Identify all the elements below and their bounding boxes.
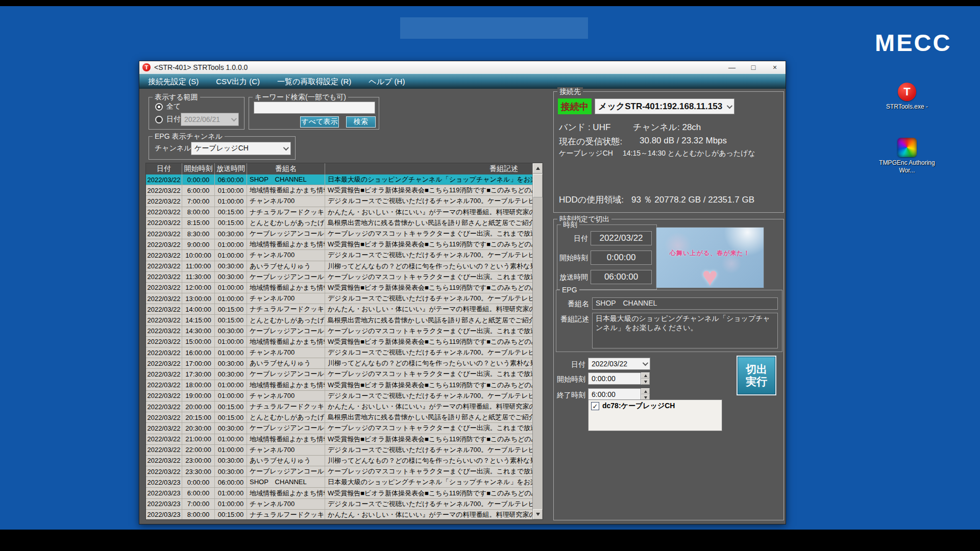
execute-button-line2: 実行 bbox=[746, 375, 767, 388]
header-program-name[interactable]: 番組名 bbox=[247, 163, 325, 174]
table-cell: 8:15:00 bbox=[182, 218, 215, 228]
table-cell: 16:00:00 bbox=[182, 347, 215, 358]
table-row[interactable]: 2022/03/226:00:0001:00:00地域情報番組よかまち情報..W… bbox=[146, 185, 533, 196]
table-scrollbar[interactable] bbox=[532, 163, 543, 519]
menu-help[interactable]: ヘルプ (H) bbox=[360, 74, 413, 89]
header-duration[interactable]: 放送時間 bbox=[215, 163, 247, 174]
table-row[interactable]: 2022/03/227:00:0001:00:00チャンネル700デジタルコース… bbox=[146, 196, 533, 207]
table-cell: チャンネル700 bbox=[247, 196, 325, 206]
table-row[interactable]: 2022/03/2222:00:0001:00:00チャンネル700デジタルコー… bbox=[146, 445, 533, 456]
table-cell: 10:00:00 bbox=[182, 250, 215, 260]
checklist-item[interactable]: ✓ dc78:ケーブレッジCH bbox=[591, 402, 719, 411]
menu-connection-settings[interactable]: 接続先設定 (S) bbox=[139, 74, 207, 89]
device-combo[interactable]: メックSTR-401:192.168.11.153 bbox=[595, 98, 734, 114]
table-row[interactable]: 2022/03/2216:00:0001:00:00チャンネル700デジタルコー… bbox=[146, 347, 533, 358]
connection-group-label: 接続先 bbox=[557, 87, 583, 96]
title-bar[interactable]: T <STR-401> STRTools 1.0.0.0 — □ × bbox=[139, 61, 786, 73]
scroll-down-icon[interactable] bbox=[533, 509, 543, 519]
table-row[interactable]: 2022/03/237:00:0001:00:00チャンネル700デジタルコース… bbox=[146, 499, 533, 510]
menu-refetch-settings[interactable]: 一覧の再取得設定 (R) bbox=[268, 74, 360, 89]
out-start-spin-down-icon[interactable] bbox=[641, 379, 650, 385]
show-all-button[interactable]: すべて表示 bbox=[300, 116, 339, 128]
table-cell: 01:00:00 bbox=[215, 380, 247, 390]
table-row[interactable]: 2022/03/2210:00:0001:00:00チャンネル700デジタルコー… bbox=[146, 250, 533, 261]
desktop-icon-strtools[interactable]: T STRTools.exe - bbox=[874, 83, 940, 111]
hdd-value: 93 ％ 20778.2 GB / 22351.7 GB bbox=[631, 194, 754, 206]
table-row[interactable]: 2022/03/2218:00:0001:00:00地域情報番組よかまち情報..… bbox=[146, 380, 533, 391]
table-row[interactable]: 2022/03/236:00:0001:00:00地域情報番組よかまち情報..W… bbox=[146, 488, 533, 498]
table-row[interactable]: 2022/03/2214:00:0000:15:00ナチュラルフードクッキングか… bbox=[146, 304, 533, 315]
table-row[interactable]: 2022/03/2220:30:0000:30:00ケーブレッジアンコール番組ケ… bbox=[146, 423, 533, 434]
minimize-icon[interactable]: — bbox=[721, 62, 743, 73]
table-cell: 14:00:00 bbox=[182, 304, 215, 314]
menu-csv-export[interactable]: CSV出力 (C) bbox=[207, 74, 268, 89]
table-cell: ナチュラルフードクッキング bbox=[247, 304, 325, 314]
table-cell: 9:00:00 bbox=[182, 239, 215, 249]
heart-icon: ♥ bbox=[702, 261, 718, 288]
table-row[interactable]: 2022/03/228:30:0000:30:00ケーブレッジアンコール番組ケー… bbox=[146, 229, 533, 239]
table-row[interactable]: 2022/03/2212:00:0001:00:00地域情報番組よかまち情報..… bbox=[146, 283, 533, 293]
radio-all[interactable]: 全て bbox=[155, 102, 181, 111]
table-row[interactable]: 2022/03/228:00:0000:15:00ナチュラルフードクッキングかん… bbox=[146, 207, 533, 218]
chevron-down-icon bbox=[231, 116, 237, 121]
table-row[interactable]: 2022/03/2220:15:0000:15:00とんとむかしがあったげな島根… bbox=[146, 412, 533, 423]
table-cell: 01:00:00 bbox=[215, 283, 247, 293]
table-row[interactable]: 2022/03/229:00:0001:00:00地域情報番組よかまち情報..W… bbox=[146, 239, 533, 250]
radio-date[interactable]: 日付 bbox=[155, 115, 181, 124]
search-button[interactable]: 検索 bbox=[346, 116, 376, 128]
table-cell: 島根県出雲地方に残る昔懐かしい民話を語り部さんと紙芝居でご紹介 bbox=[325, 315, 533, 325]
table-row[interactable]: 2022/03/2223:00:0000:30:00あいラブせんりゅう川柳ってど… bbox=[146, 456, 533, 466]
table-cell: 2022/03/23 bbox=[146, 488, 182, 498]
table-cell: W受賞報告■ビオラ新体操発表会■こちら119消防です■このみちどのみち■おこ..… bbox=[325, 283, 533, 293]
table-cell: チャンネル700 bbox=[247, 250, 325, 260]
table-cell: 01:00:00 bbox=[215, 196, 247, 206]
table-row[interactable]: 2022/03/2211:00:0000:30:00あいラブせんりゅう川柳ってど… bbox=[146, 261, 533, 272]
table-row[interactable]: 2022/03/2217:30:0000:30:00ケーブレッジアンコール番組ケ… bbox=[146, 369, 533, 380]
preview-caption: 心舞い上がる、春が来た！ bbox=[656, 249, 764, 258]
table-row[interactable]: 2022/03/2219:00:0001:00:00チャンネル700デジタルコー… bbox=[146, 391, 533, 402]
table-row[interactable]: 2022/03/2223:30:0000:30:00ケーブレッジアンコール番組ケ… bbox=[146, 466, 533, 477]
strtools-icon-label: STRTools.exe - bbox=[874, 103, 940, 111]
out-end-spin-up-icon[interactable] bbox=[641, 388, 650, 394]
table-row[interactable]: 2022/03/2221:00:0001:00:00地域情報番組よかまち情報..… bbox=[146, 434, 533, 445]
keyword-input[interactable] bbox=[254, 102, 375, 114]
program-title-field: SHOP CHANNEL bbox=[592, 297, 778, 310]
table-row[interactable]: 2022/03/230:00:0006:00:00SHOP CHANNEL日本最… bbox=[146, 477, 533, 488]
out-start-field[interactable]: 0:00:00 bbox=[588, 372, 641, 385]
table-cell: 川柳ってどんなもの？どの様に句を作ったらいいの？という素朴な疑問にもお答えし..… bbox=[325, 358, 533, 368]
table-row[interactable]: 2022/03/220:00:0006:00:00SHOP CHANNEL日本最… bbox=[146, 174, 533, 185]
checkbox-checked-icon[interactable]: ✓ bbox=[591, 402, 599, 410]
table-row[interactable]: 2022/03/2213:00:0001:00:00チャンネル700デジタルコー… bbox=[146, 293, 533, 304]
out-end-field[interactable]: 6:00:00 bbox=[588, 388, 641, 400]
table-cell: チャンネル700 bbox=[247, 445, 325, 455]
channel-combo[interactable]: ケーブレッジCH bbox=[191, 142, 291, 155]
date-filter-combo[interactable]: 2022/06/21 bbox=[181, 113, 239, 126]
table-cell: 川柳ってどんなもの？どの様に句を作ったらいいの？という素朴な疑問にもお答えし..… bbox=[325, 456, 533, 466]
header-date[interactable]: 日付 bbox=[146, 163, 182, 174]
out-date-combo[interactable]: 2022/03/22 bbox=[588, 358, 650, 370]
cut-date-label: 日付 bbox=[557, 234, 588, 243]
table-cell: あいラブせんりゅう bbox=[247, 261, 325, 271]
out-start-spin-up-icon[interactable] bbox=[641, 372, 650, 379]
execute-cutout-button[interactable]: 切出 実行 bbox=[737, 356, 776, 395]
table-row[interactable]: 2022/03/228:15:0000:15:00とんとむかしがあったげな島根県… bbox=[146, 218, 533, 229]
desktop-icon-tmpgenc[interactable]: TMPGEnc Authoring Wor... bbox=[874, 138, 940, 174]
scroll-up-icon[interactable] bbox=[533, 163, 543, 173]
table-row[interactable]: 2022/03/2211:30:0000:30:00ケーブレッジアンコール番組ケ… bbox=[146, 272, 533, 283]
table-cell: SHOP CHANNEL bbox=[247, 174, 325, 185]
table-row[interactable]: 2022/03/238:00:0000:15:00ナチュラルフードクッキングかん… bbox=[146, 510, 533, 520]
table-row[interactable]: 2022/03/2217:00:0000:30:00あいラブせんりゅう川柳ってど… bbox=[146, 358, 533, 369]
channel-checklist[interactable]: ✓ dc78:ケーブレッジCH bbox=[588, 399, 722, 431]
table-row[interactable]: 2022/03/2220:00:0000:15:00ナチュラルフードクッキングか… bbox=[146, 402, 533, 412]
table-row[interactable]: 2022/03/2214:15:0000:15:00とんとむかしがあったげな島根… bbox=[146, 315, 533, 325]
table-row[interactable]: 2022/03/2215:00:0001:00:00地域情報番組よかまち情報..… bbox=[146, 337, 533, 347]
header-program-desc[interactable]: 番組記述 bbox=[325, 163, 533, 174]
scrollbar-thumb[interactable] bbox=[533, 174, 543, 197]
table-cell: ケーブレッジアンコール番組 bbox=[247, 272, 325, 282]
maximize-icon[interactable]: □ bbox=[743, 62, 764, 73]
table-cell: 23:30:00 bbox=[182, 466, 215, 477]
close-icon[interactable]: × bbox=[764, 62, 786, 73]
table-row[interactable]: 2022/03/2214:30:0000:30:00ケーブレッジアンコール番組ケ… bbox=[146, 326, 533, 337]
header-start-time[interactable]: 開始時刻 bbox=[182, 163, 215, 174]
cut-start-value: 0:00:00 bbox=[591, 251, 652, 265]
